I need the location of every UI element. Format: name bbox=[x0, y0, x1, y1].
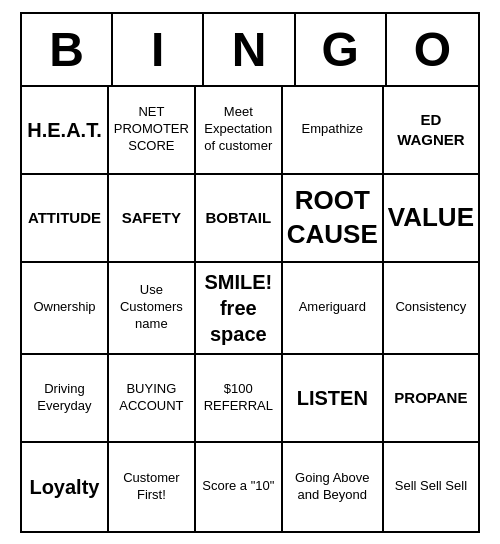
bingo-cell-0: H.E.A.T. bbox=[22, 87, 109, 175]
bingo-cell-17: $100 REFERRAL bbox=[196, 355, 283, 443]
bingo-cell-3: Empathize bbox=[283, 87, 384, 175]
bingo-cell-13: Ameriguard bbox=[283, 263, 384, 355]
bingo-cell-20: Loyalty bbox=[22, 443, 109, 531]
bingo-cell-21: Customer First! bbox=[109, 443, 196, 531]
bingo-cell-7: BOBTAIL bbox=[196, 175, 283, 263]
bingo-letter-i: I bbox=[113, 14, 204, 85]
bingo-letter-n: N bbox=[204, 14, 295, 85]
bingo-cell-6: SAFETY bbox=[109, 175, 196, 263]
bingo-letter-b: B bbox=[22, 14, 113, 85]
bingo-cell-9: VALUE bbox=[384, 175, 478, 263]
bingo-grid: H.E.A.T.NET PROMOTER SCOREMeet Expectati… bbox=[22, 87, 478, 531]
bingo-cell-24: Sell Sell Sell bbox=[384, 443, 478, 531]
bingo-card: BINGO H.E.A.T.NET PROMOTER SCOREMeet Exp… bbox=[20, 12, 480, 533]
bingo-cell-16: BUYING ACCOUNT bbox=[109, 355, 196, 443]
bingo-cell-19: PROPANE bbox=[384, 355, 478, 443]
bingo-cell-18: LISTEN bbox=[283, 355, 384, 443]
bingo-header: BINGO bbox=[22, 14, 478, 87]
bingo-cell-10: Ownership bbox=[22, 263, 109, 355]
bingo-cell-5: ATTITUDE bbox=[22, 175, 109, 263]
bingo-cell-15: Driving Everyday bbox=[22, 355, 109, 443]
bingo-cell-8: ROOT CAUSE bbox=[283, 175, 384, 263]
bingo-cell-2: Meet Expectation of customer bbox=[196, 87, 283, 175]
bingo-cell-23: Going Above and Beyond bbox=[283, 443, 384, 531]
bingo-cell-1: NET PROMOTER SCORE bbox=[109, 87, 196, 175]
bingo-letter-o: O bbox=[387, 14, 478, 85]
bingo-letter-g: G bbox=[296, 14, 387, 85]
bingo-cell-14: Consistency bbox=[384, 263, 478, 355]
bingo-cell-22: Score a "10" bbox=[196, 443, 283, 531]
bingo-cell-12: SMILE! free space bbox=[196, 263, 283, 355]
bingo-cell-4: ED WAGNER bbox=[384, 87, 478, 175]
bingo-cell-11: Use Customers name bbox=[109, 263, 196, 355]
